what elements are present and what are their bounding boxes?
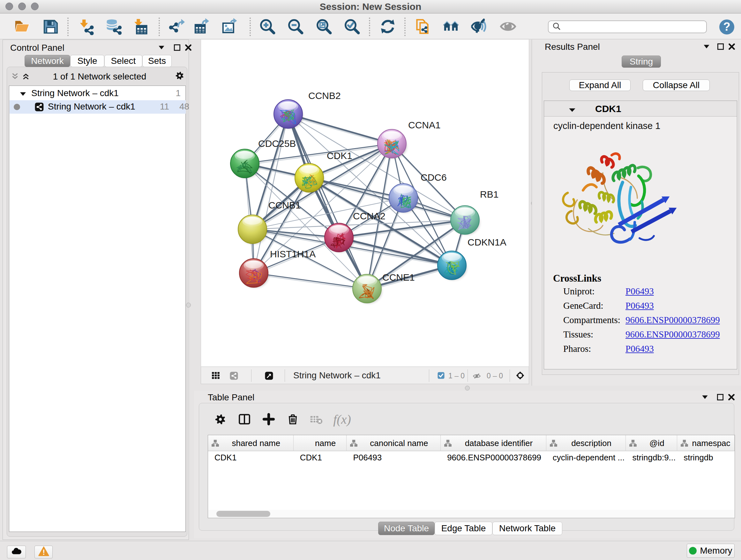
bottom-splitter-handle[interactable] <box>465 386 470 390</box>
show-all-icon[interactable] <box>499 17 517 36</box>
search-input[interactable] <box>561 22 698 32</box>
cell-description[interactable]: cyclin-dependent ... <box>546 451 626 464</box>
status-bar: Memory <box>0 541 741 560</box>
collapse-all-networks-icon[interactable] <box>10 71 20 81</box>
table-options-gear-icon[interactable] <box>213 412 227 426</box>
entry-gene-name: CDK1 <box>595 104 621 114</box>
scrollbar-thumb[interactable] <box>216 511 270 517</box>
search-box[interactable] <box>548 20 707 33</box>
svg-text:CCNB1: CCNB1 <box>268 200 301 210</box>
table-panel-float-button[interactable] <box>715 392 726 402</box>
cell-namespac[interactable]: stringdb <box>677 451 735 464</box>
table-columns-icon[interactable] <box>238 412 252 426</box>
network-canvas[interactable]: CCNB2CCNA1CDC25BCDK1CDC6RB1CCNB1CCNA2CDK… <box>201 40 529 367</box>
column-header--id[interactable]: @id <box>626 435 677 451</box>
column-title: database identifier <box>465 438 533 448</box>
refresh-layout-icon[interactable] <box>379 17 397 36</box>
column-header-namespac[interactable]: namespac <box>677 435 735 451</box>
import-database-icon[interactable] <box>105 17 123 36</box>
zoom-fit-icon[interactable] <box>315 17 333 36</box>
left-splitter-handle[interactable] <box>186 303 191 307</box>
table-tab-network-table[interactable]: Network Table <box>492 522 562 535</box>
table-panel-menu-button[interactable] <box>699 392 711 402</box>
zoom-in-icon[interactable] <box>258 17 277 36</box>
warning-status-button[interactable] <box>35 546 53 558</box>
export-table-icon[interactable] <box>193 17 211 36</box>
network-selected-summary: 1 of 1 Network selected <box>39 71 160 82</box>
crosslink-link[interactable]: P06493 <box>625 286 654 296</box>
crosslink-link[interactable]: P06493 <box>625 344 654 354</box>
hide-selected-icon[interactable] <box>469 17 488 36</box>
tree-expander-icon[interactable] <box>19 90 27 100</box>
first-neighbors-icon[interactable] <box>442 17 460 36</box>
zoom-selected-icon[interactable] <box>343 17 361 36</box>
results-panel-menu-button[interactable] <box>701 42 712 51</box>
column-title: canonical name <box>370 438 428 448</box>
help-button[interactable]: ? <box>719 19 734 35</box>
open-folder-icon[interactable] <box>13 17 31 36</box>
node-details-header[interactable]: CDK1 <box>544 101 737 117</box>
table-horizontal-scrollbar[interactable] <box>208 510 735 518</box>
column-header-name[interactable]: name <box>293 435 347 451</box>
crosslink-link[interactable]: 9606.ENSP00000378699 <box>625 329 720 339</box>
selected-nodes-checkbox[interactable] <box>437 372 445 379</box>
import-table-icon[interactable] <box>131 17 149 36</box>
network-status-dot <box>14 104 20 110</box>
svg-text:CDKN1A: CDKN1A <box>468 237 507 247</box>
column-header-database-identifier[interactable]: database identifier <box>441 435 546 451</box>
node-table-row[interactable]: CDK1CDK1P064939606.ENSP00000378699cyclin… <box>208 451 735 464</box>
control-tab-style[interactable]: Style <box>70 55 105 67</box>
import-network-icon[interactable] <box>77 17 95 36</box>
export-image-icon[interactable] <box>220 17 239 36</box>
fit-selected-crosshair-icon[interactable] <box>514 369 526 381</box>
table-tab-edge-table[interactable]: Edge Table <box>434 522 492 535</box>
control-panel-title: Control Panel <box>10 43 64 53</box>
open-in-new-window-icon[interactable] <box>263 369 275 382</box>
add-column-plus-icon[interactable] <box>262 412 276 426</box>
birds-eye-grid-icon[interactable] <box>209 369 222 382</box>
control-panel-float-button[interactable] <box>172 43 183 52</box>
column-title: namespac <box>692 438 731 448</box>
expand-all-networks-icon[interactable] <box>20 71 31 81</box>
column-header-canonical-name[interactable]: canonical name <box>347 435 441 451</box>
share-view-icon[interactable] <box>227 369 241 382</box>
results-panel-float-button[interactable] <box>715 42 726 51</box>
collapse-entry-icon[interactable] <box>568 106 576 116</box>
crosslink-link[interactable]: 9606.ENSP00000378699 <box>625 315 720 325</box>
cloud-icon <box>10 545 23 559</box>
network-tree-selected-row[interactable]: String Network – cdk1 11 48 <box>10 100 186 114</box>
results-tab-string[interactable]: String <box>622 56 661 68</box>
network-view-title: String Network – cdk1 <box>293 370 381 381</box>
column-header-description[interactable]: description <box>546 435 626 451</box>
entry-description: cyclin-dependent kinase 1 <box>553 121 660 131</box>
cell-database-identifier[interactable]: 9606.ENSP00000378699 <box>441 451 546 464</box>
cell--id[interactable]: stringdb:9... <box>626 451 677 464</box>
cloud-status-button[interactable] <box>7 546 26 558</box>
save-session-icon[interactable] <box>42 17 60 36</box>
control-tab-select[interactable]: Select <box>105 55 142 67</box>
toolbar-separator <box>250 17 251 36</box>
crosslink-link[interactable]: P06493 <box>625 300 654 311</box>
cell-name[interactable]: CDK1 <box>293 451 347 464</box>
column-header-shared-name[interactable]: shared name <box>208 435 293 451</box>
zoom-out-icon[interactable] <box>286 17 305 36</box>
control-tab-sets[interactable]: Sets <box>142 55 172 67</box>
network-tree-root-row[interactable]: String Network – cdk1 1 <box>10 87 186 100</box>
network-share-badge-icon <box>35 103 44 114</box>
delete-column-trash-icon[interactable] <box>286 412 300 426</box>
collapse-all-button[interactable]: Collapse All <box>643 79 710 91</box>
copy-network-icon[interactable] <box>413 17 432 36</box>
control-tab-network[interactable]: Network <box>24 55 70 67</box>
control-panel-close-button[interactable] <box>183 43 194 52</box>
network-options-gear-icon[interactable] <box>174 71 185 80</box>
control-panel-menu-button[interactable] <box>156 43 167 52</box>
table-panel-body: f(x) shared namenamecanonical namedataba… <box>199 403 734 531</box>
results-panel-close-button[interactable] <box>726 42 737 51</box>
export-network-icon[interactable] <box>167 17 186 36</box>
memory-status-button[interactable]: Memory <box>687 544 735 558</box>
expand-all-button[interactable]: Expand All <box>569 79 630 91</box>
cell-canonical-name[interactable]: P06493 <box>347 451 441 464</box>
table-panel-close-button[interactable] <box>726 392 737 402</box>
table-tab-node-table[interactable]: Node Table <box>378 522 434 535</box>
cell-shared-name[interactable]: CDK1 <box>208 451 293 464</box>
